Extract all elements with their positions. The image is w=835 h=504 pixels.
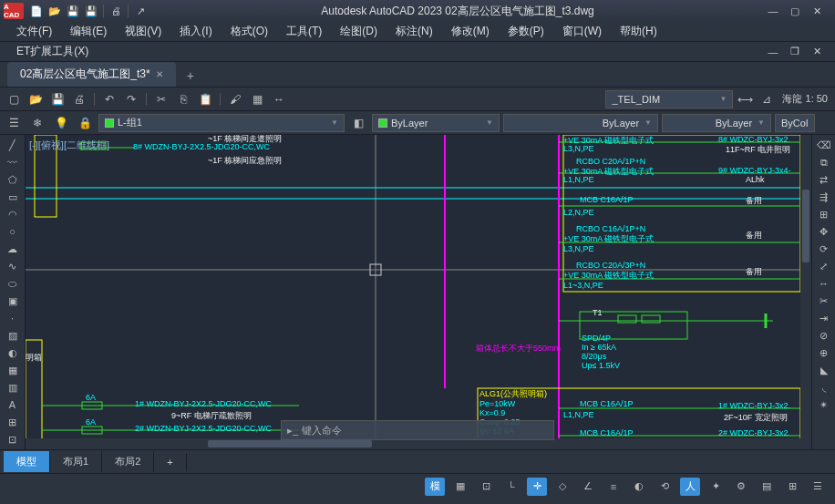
tool-join[interactable]: ⊕ xyxy=(814,345,834,361)
tab-close-icon[interactable]: ✕ xyxy=(156,69,163,79)
save-icon[interactable]: 💾 xyxy=(64,2,82,20)
status-osnap-icon[interactable]: ◇ xyxy=(552,478,572,496)
viewport-label[interactable]: [-][俯视][二维线框] xyxy=(29,139,109,152)
layer-on-icon[interactable]: 💡 xyxy=(51,113,71,133)
tool-hatch[interactable]: ▨ xyxy=(3,327,23,344)
status-grid-icon[interactable]: ▦ xyxy=(450,478,470,496)
tool-copy[interactable]: ⎘ xyxy=(173,89,193,109)
scrollbar-vertical[interactable] xyxy=(800,135,811,449)
tool-chamfer[interactable]: ◣ xyxy=(814,362,834,378)
tool-break[interactable]: ⊘ xyxy=(814,327,834,344)
status-d4-icon[interactable]: ⊞ xyxy=(782,478,802,496)
tool-new[interactable]: ▢ xyxy=(4,89,24,109)
layout-tab-2[interactable]: 布局2 xyxy=(102,451,154,472)
tool-match[interactable]: 🖌 xyxy=(225,89,245,109)
new-icon[interactable]: 📄 xyxy=(27,2,46,20)
child-minimize-button[interactable]: — xyxy=(766,45,780,59)
tool-polygon[interactable]: ⬠ xyxy=(3,171,23,188)
menu-modify[interactable]: 修改(M) xyxy=(442,22,499,41)
print-icon[interactable]: 🖨 xyxy=(107,2,125,20)
tool-fillet[interactable]: ◟ xyxy=(814,379,834,396)
layer-iso-icon[interactable]: ◧ xyxy=(348,113,368,133)
status-d3-icon[interactable]: ▤ xyxy=(757,478,777,496)
menu-insert[interactable]: 插入(I) xyxy=(170,22,221,41)
menu-help[interactable]: 帮助(H) xyxy=(611,22,666,41)
file-tab[interactable]: 02高层公区电气施工图_t3* ✕ xyxy=(7,62,176,87)
tool-table[interactable]: ▥ xyxy=(3,379,23,396)
layer-state-icon[interactable]: ❄ xyxy=(27,113,47,133)
status-annoscale-icon[interactable]: 人 xyxy=(680,478,700,496)
linetype-combo[interactable]: ByLayer▼ xyxy=(503,114,658,132)
status-snap-icon[interactable]: ⊡ xyxy=(476,478,496,496)
tool-circle[interactable]: ○ xyxy=(3,223,23,240)
menu-view[interactable]: 视图(V) xyxy=(116,22,170,41)
tool-spline[interactable]: ∿ xyxy=(3,258,23,274)
maximize-button[interactable]: ▢ xyxy=(788,4,802,18)
tool-rect[interactable]: ▭ xyxy=(3,189,23,205)
tool-mirror[interactable]: ⇄ xyxy=(814,171,834,188)
saveas-icon[interactable]: 💾 xyxy=(82,2,100,20)
layer-props-icon[interactable]: ☰ xyxy=(4,113,24,133)
status-customize-icon[interactable]: ☰ xyxy=(808,478,828,496)
tool-block[interactable]: ▦ xyxy=(247,89,267,109)
tool-dim1[interactable]: ⟷ xyxy=(735,89,755,109)
tool-redo[interactable]: ↷ xyxy=(121,89,141,109)
minimize-button[interactable]: — xyxy=(766,4,780,18)
menu-window[interactable]: 窗口(W) xyxy=(553,22,611,41)
tool-undo[interactable]: ↶ xyxy=(99,89,119,109)
dimstyle-combo[interactable]: _TEL_DIM▼ xyxy=(605,90,733,108)
lineweight-combo[interactable]: ByLayer▼ xyxy=(662,114,771,132)
menu-edit[interactable]: 编辑(E) xyxy=(61,22,116,41)
layout-tab-1[interactable]: 布局1 xyxy=(50,451,102,472)
color-combo[interactable]: ByLayer ▼ xyxy=(372,114,500,132)
menu-param[interactable]: 参数(P) xyxy=(499,22,553,41)
tool-arc[interactable]: ◠ xyxy=(3,206,23,222)
tool-move[interactable]: ✥ xyxy=(814,223,834,240)
plotstyle-combo[interactable]: ByCol xyxy=(775,114,815,132)
status-ortho-icon[interactable]: └ xyxy=(501,478,521,496)
menu-draw[interactable]: 绘图(D) xyxy=(331,22,387,41)
tool-block2[interactable]: ▣ xyxy=(3,293,23,309)
status-model[interactable]: 模 xyxy=(425,478,445,496)
tool-dim2[interactable]: ⊿ xyxy=(757,89,777,109)
tool-plot[interactable]: 🖨 xyxy=(69,89,89,109)
menu-et-ext[interactable]: ET扩展工具(X) xyxy=(7,42,98,61)
tool-erase[interactable]: ⌫ xyxy=(814,137,834,153)
tool-text[interactable]: A xyxy=(3,396,23,413)
tool-revcloud[interactable]: ☁ xyxy=(3,241,23,257)
status-otrack-icon[interactable]: ∠ xyxy=(578,478,598,496)
menu-format[interactable]: 格式(O) xyxy=(222,22,277,41)
status-d1-icon[interactable]: ✦ xyxy=(706,478,726,496)
tool-stretch[interactable]: ↔ xyxy=(814,275,834,292)
tool-explode[interactable]: ✴ xyxy=(814,396,834,413)
layout-tab-add[interactable]: + xyxy=(154,453,186,471)
tool-ellipse[interactable]: ⬭ xyxy=(3,275,23,292)
layout-tab-model[interactable]: 模型 xyxy=(4,451,50,472)
tool-offset[interactable]: ⇶ xyxy=(814,189,834,205)
child-close-button[interactable]: ✕ xyxy=(809,45,824,59)
tool-misc1[interactable]: ⊞ xyxy=(3,414,23,430)
tool-paste[interactable]: 📋 xyxy=(195,89,215,109)
tool-dist[interactable]: ↔ xyxy=(269,89,289,109)
tool-scale[interactable]: ⤢ xyxy=(814,258,834,274)
drawing-viewport[interactable]: [-][俯视][二维线框] xyxy=(26,135,811,449)
open-icon[interactable]: 📂 xyxy=(46,2,64,20)
tool-trim[interactable]: ✂ xyxy=(814,293,834,309)
menu-file[interactable]: 文件(F) xyxy=(7,22,61,41)
layer-combo[interactable]: L-组1 ▼ xyxy=(98,114,345,132)
status-polar-icon[interactable]: ✛ xyxy=(527,478,547,496)
close-button[interactable]: ✕ xyxy=(809,4,824,18)
status-d2-icon[interactable]: ⚙ xyxy=(731,478,751,496)
child-restore-button[interactable]: ❐ xyxy=(788,45,802,59)
command-line[interactable]: ▸_键入命令 xyxy=(281,420,554,440)
layer-lock-icon[interactable]: 🔒 xyxy=(75,113,95,133)
tab-add-button[interactable]: + xyxy=(180,65,201,87)
tool-open[interactable]: 📂 xyxy=(26,89,46,109)
tool-gradient[interactable]: ◐ xyxy=(3,345,23,361)
menu-dimension[interactable]: 标注(N) xyxy=(387,22,442,41)
tool-line[interactable]: ╱ xyxy=(3,137,23,153)
share-icon[interactable]: ↗ xyxy=(131,2,149,20)
status-cycle-icon[interactable]: ⟲ xyxy=(655,478,675,496)
tool-misc2[interactable]: ⊡ xyxy=(3,431,23,447)
tool-point[interactable]: · xyxy=(3,310,23,326)
